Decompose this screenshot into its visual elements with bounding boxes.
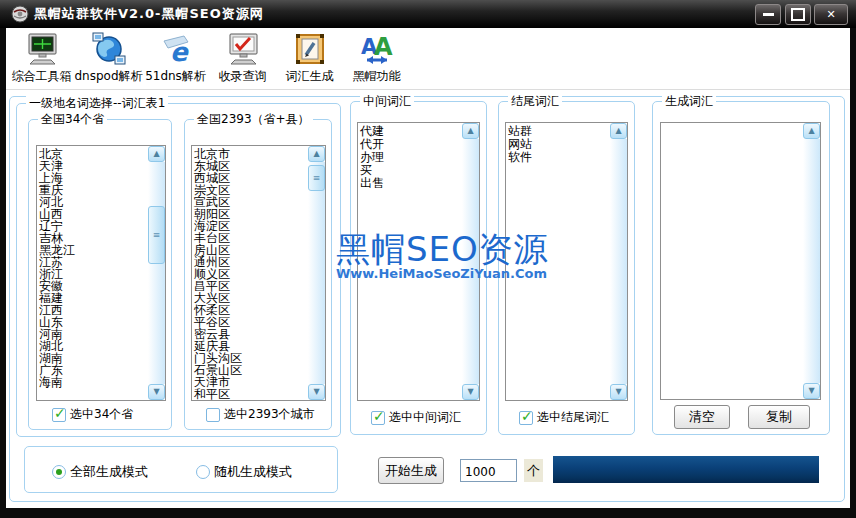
toolbar-label: 51dns解析 (145, 68, 206, 85)
provinces-checkbox-row[interactable]: ✓ 选中34个省 (52, 406, 133, 423)
scrollbar-thumb[interactable]: ≡ (308, 165, 325, 191)
start-generate-button[interactable]: 开始生成 (378, 457, 444, 484)
cities-checkbox-label: 选中2393个城市 (224, 406, 315, 423)
provinces-group-title: 全国34个省 (38, 112, 107, 127)
suffix-words-listbox[interactable]: 站群网站软件 ▲ ▼ (505, 122, 628, 401)
toolbar-label: 词汇生成 (286, 68, 334, 85)
svg-text:A: A (374, 33, 393, 61)
scroll-up-icon[interactable]: ▲ (308, 146, 325, 162)
middle-words-listbox[interactable]: 代建代开办理买出售 ▲ ▼ (357, 122, 480, 401)
ie-e-icon: e (158, 31, 194, 67)
list-item[interactable]: 办理 (360, 151, 462, 164)
toolbar-label: 综合工具箱 (12, 68, 72, 85)
toolbar-label: 收录查询 (219, 68, 267, 85)
suffix-words-checkbox[interactable]: ✓ (519, 411, 533, 425)
middle-words-checkbox-label: 选中中间词汇 (389, 409, 461, 426)
generated-words-scrollbar[interactable]: ▲ ▼ (803, 123, 820, 399)
scrollbar-thumb[interactable]: ≡ (148, 206, 165, 264)
close-icon: ✕ (826, 8, 835, 21)
middle-words-scrollbar[interactable]: ▲ ▼ (462, 123, 479, 400)
cities-listbox[interactable]: 北京市东城区西城区崇文区宣武区朝阳区海淀区丰台区房山区通州区顺义区昌平区大兴区怀… (191, 145, 326, 401)
list-item[interactable]: 软件 (508, 151, 610, 164)
app-icon (11, 5, 29, 23)
suffix-words-checkbox-label: 选中结尾词汇 (537, 409, 609, 426)
count-input[interactable] (460, 459, 517, 482)
toolbar-button-blackhat[interactable]: A A 黑帽功能 (343, 28, 410, 85)
progress-bar (553, 456, 819, 483)
cities-checkbox-row[interactable]: ✓ 选中2393个城市 (206, 406, 315, 423)
maximize-icon (791, 8, 805, 21)
mode-all-radio-row[interactable]: 全部生成模式 (52, 463, 148, 481)
scroll-down-icon[interactable]: ▼ (308, 384, 325, 400)
double-a-arrow-icon: A A (359, 31, 395, 67)
middle-words-checkbox-row[interactable]: ✓ 选中中间词汇 (371, 409, 461, 426)
globe-network-icon (91, 31, 127, 67)
mode-random-radio-row[interactable]: 随机生成模式 (196, 463, 292, 481)
scroll-up-icon[interactable]: ▲ (148, 146, 165, 162)
toolbar-button-dnspod[interactable]: dnspod解析 (75, 28, 142, 85)
provinces-scrollbar[interactable]: ▲ ≡ ▼ (148, 146, 165, 400)
copy-button[interactable]: 复制 (748, 405, 810, 429)
toolbar-button-toolbox[interactable]: 综合工具箱 (8, 28, 75, 85)
provinces-checkbox[interactable]: ✓ (52, 408, 66, 422)
suffix-words-checkbox-row[interactable]: ✓ 选中结尾词汇 (519, 409, 609, 426)
toolbar-label: dnspod解析 (74, 68, 142, 85)
scrollbar-track[interactable] (803, 139, 820, 383)
monitor-checkmark-icon (225, 31, 261, 67)
toolbar: 综合工具箱 dnspod解析 e 51dns解析 收录查询 (6, 28, 850, 90)
toolbar-button-index-query[interactable]: 收录查询 (209, 28, 276, 85)
toolbar-button-51dns[interactable]: e 51dns解析 (142, 28, 209, 85)
mode-all-label: 全部生成模式 (70, 463, 148, 481)
cities-checkbox[interactable]: ✓ (206, 408, 220, 422)
scrollbar-track[interactable] (462, 139, 479, 384)
scroll-up-icon[interactable]: ▲ (462, 123, 479, 139)
check-icon: ✓ (373, 408, 385, 424)
monitor-crosshair-icon (24, 31, 60, 67)
generated-words-group-title: 生成词汇 (662, 94, 716, 109)
region-group-title: 一级地名词选择--词汇表1 (26, 96, 168, 111)
list-item[interactable]: 出售 (360, 177, 462, 190)
scroll-down-icon[interactable]: ▼ (803, 383, 820, 399)
suffix-words-group-title: 结尾词汇 (508, 94, 562, 109)
clear-button[interactable]: 清空 (674, 405, 730, 429)
toolbar-label: 黑帽功能 (353, 68, 401, 85)
provinces-checkbox-label: 选中34个省 (70, 406, 133, 423)
mode-all-radio[interactable] (52, 465, 66, 479)
cities-scrollbar[interactable]: ▲ ≡ ▼ (308, 146, 325, 400)
provinces-listbox[interactable]: 北京天津上海重庆河北山西辽宁吉林黑龙江江苏浙江安徽福建江西山东河南湖北湖南广东海… (36, 145, 166, 401)
close-button[interactable]: ✕ (814, 4, 848, 25)
pencil-frame-icon (292, 31, 328, 67)
minimize-button[interactable] (755, 4, 781, 25)
toolbar-button-word-generate[interactable]: 词汇生成 (276, 28, 343, 85)
middle-words-checkbox[interactable]: ✓ (371, 411, 385, 425)
maximize-button[interactable] (785, 4, 811, 25)
scroll-down-icon[interactable]: ▼ (148, 384, 165, 400)
generated-words-listbox[interactable]: ▲ ▼ (660, 122, 821, 400)
mode-random-radio[interactable] (196, 465, 210, 479)
progress-bar-fill (553, 456, 819, 483)
mode-random-label: 随机生成模式 (214, 463, 292, 481)
scroll-down-icon[interactable]: ▼ (610, 384, 627, 400)
svg-text:e: e (170, 37, 190, 67)
scrollbar-track[interactable]: ≡ (308, 162, 325, 384)
scroll-up-icon[interactable]: ▲ (803, 123, 820, 139)
count-unit-label: 个 (524, 459, 543, 482)
cities-group-title: 全国2393（省+县） (194, 112, 313, 127)
check-icon: ✓ (54, 405, 66, 421)
scrollbar-track[interactable] (610, 139, 627, 384)
scroll-up-icon[interactable]: ▲ (610, 123, 627, 139)
check-icon: ✓ (521, 408, 533, 424)
list-item[interactable]: 海南 (39, 376, 148, 388)
titlebar: 黑帽站群软件V2.0-黑帽SEO资源网 ✕ (0, 0, 856, 28)
minimize-icon (763, 13, 774, 16)
scroll-down-icon[interactable]: ▼ (462, 384, 479, 400)
suffix-words-scrollbar[interactable]: ▲ ▼ (610, 123, 627, 400)
scrollbar-track[interactable]: ≡ (148, 162, 165, 384)
list-item[interactable]: 和平区 (194, 388, 308, 400)
window-title: 黑帽站群软件V2.0-黑帽SEO资源网 (34, 0, 264, 28)
middle-words-group-title: 中间词汇 (360, 94, 414, 109)
